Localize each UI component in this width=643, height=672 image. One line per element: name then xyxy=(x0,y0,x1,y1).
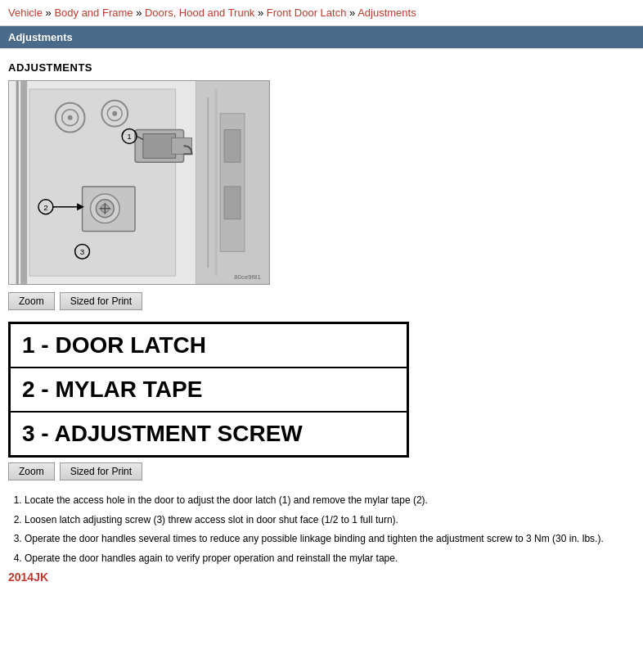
svg-text:2: 2 xyxy=(43,203,48,212)
svg-text:1: 1 xyxy=(127,132,132,141)
steps-list: Locate the access hole in the door to ad… xyxy=(8,492,635,567)
legend-row-3: 3 - ADJUSTMENT SCREW xyxy=(11,413,407,455)
breadcrumb-sep-2: » xyxy=(136,7,145,19)
svg-rect-13 xyxy=(143,133,176,158)
breadcrumb-sep-3: » xyxy=(258,7,267,19)
version-tag: 2014JK xyxy=(8,571,635,584)
svg-text:3: 3 xyxy=(80,247,85,256)
step-3: Operate the door handles several times t… xyxy=(25,530,635,548)
breadcrumb: Vehicle » Body and Frame » Doors, Hood a… xyxy=(0,0,643,26)
svg-rect-35 xyxy=(224,187,241,219)
svg-rect-34 xyxy=(224,130,241,163)
legend-table: 1 - DOOR LATCH 2 - MYLAR TAPE 3 - ADJUST… xyxy=(8,322,409,458)
svg-text:80ce9f81: 80ce9f81 xyxy=(234,273,261,281)
breadcrumb-latch[interactable]: Front Door Latch xyxy=(267,7,347,19)
legend-row-1: 1 - DOOR LATCH xyxy=(11,324,407,368)
breadcrumb-vehicle[interactable]: Vehicle xyxy=(8,7,43,19)
zoom-button-2[interactable]: Zoom xyxy=(8,462,55,480)
step-1: Locate the access hole in the door to ad… xyxy=(25,492,635,510)
breadcrumb-doors[interactable]: Doors, Hood and Trunk xyxy=(145,7,254,19)
section-header: Adjustments xyxy=(0,26,643,48)
svg-point-11 xyxy=(112,111,117,116)
breadcrumb-sep-4: » xyxy=(349,7,357,19)
button-row-1: Zoom Sized for Print xyxy=(8,292,635,310)
breadcrumb-body-frame[interactable]: Body and Frame xyxy=(54,7,133,19)
svg-point-8 xyxy=(68,115,73,120)
zoom-button-1[interactable]: Zoom xyxy=(8,292,55,310)
legend-row-2: 2 - MYLAR TAPE xyxy=(11,368,407,413)
diagram-image: 1 2 3 80ce9f81 xyxy=(8,80,270,285)
page-title: ADJUSTMENTS xyxy=(8,61,635,74)
breadcrumb-adjustments[interactable]: Adjustments xyxy=(357,7,416,19)
step-4: Operate the door handles again to verify… xyxy=(25,550,635,568)
breadcrumb-sep-1: » xyxy=(46,7,55,19)
sized-print-button-2[interactable]: Sized for Print xyxy=(60,462,142,480)
svg-rect-14 xyxy=(172,138,192,154)
button-row-2: Zoom Sized for Print xyxy=(8,462,635,480)
sized-print-button-1[interactable]: Sized for Print xyxy=(60,292,142,310)
step-2: Loosen latch adjusting screw (3) threw a… xyxy=(25,512,635,530)
